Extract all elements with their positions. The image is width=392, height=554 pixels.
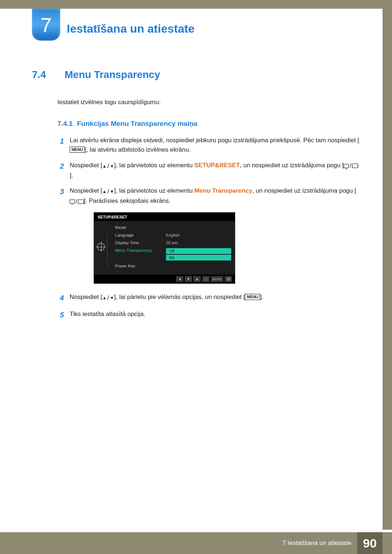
section-title: Menu Transparency (65, 69, 160, 81)
osd-label-active: Menu Transparency (115, 248, 159, 253)
osd-btn-auto: AUTO (211, 276, 223, 282)
step-number: 3 (57, 186, 64, 206)
osd-option-off: Off (166, 248, 231, 254)
chapter-title: Iestatīšana un atiestate (67, 22, 195, 36)
step-number: 4 (57, 292, 64, 304)
step-body: Tiks iestatīta atlasītā opcija. (70, 309, 359, 321)
text: Nospiediet [ (70, 162, 102, 169)
osd-value: English (166, 233, 180, 237)
footer-page-number: 90 (357, 532, 383, 554)
step-number: 5 (57, 309, 64, 321)
colon: : (161, 241, 164, 245)
osd-btn-power-icon: ⏻ (225, 276, 232, 282)
osd-option-on: On (166, 255, 231, 260)
osd-row-power-key: Power Key (115, 264, 231, 268)
enter-source-icon: / (70, 197, 84, 206)
osd-screenshot: SETUP&RESET Reset Language : English (94, 212, 235, 284)
colon: : (161, 248, 164, 253)
text: ], lai pārietu pie vēlamās opcijas, un n… (114, 294, 245, 300)
side-bar (383, 0, 392, 530)
osd-option-list: Off On (166, 248, 231, 260)
osd-btn-down-icon: ▼ (185, 276, 192, 282)
step-4: 4 Nospiediet [▲/▼], lai pārietu pie vēla… (57, 292, 359, 304)
top-bar (0, 0, 392, 9)
text: , un nospiediet uz izstrādājuma pogu [ (252, 187, 356, 194)
steps-list: 1 Lai atvērtu ekrāna displeja ceļvedi, n… (57, 136, 359, 321)
osd-menu-list: Reset Language : English Display Time : … (115, 225, 231, 268)
subsection-number: 7.4.1 (57, 120, 73, 128)
text: Lai atvērtu ekrāna displeja ceļvedi, nos… (70, 137, 359, 144)
osd-body: Reset Language : English Display Time : … (94, 222, 235, 275)
step-number: 1 (57, 136, 64, 155)
osd-icon-column (97, 225, 105, 268)
highlight-menu-transparency: Menu Transparency (194, 187, 252, 194)
up-down-arrow-icon: ▲/▼ (102, 187, 114, 196)
step-body: Lai atvērtu ekrāna displeja ceļvedi, nos… (70, 136, 359, 155)
section-number: 7.4 (32, 69, 54, 81)
text: Nospiediet [ (70, 187, 102, 194)
enter-source-icon: / (344, 161, 358, 171)
text: ]. Parādīsies sekojošais ekrāns. (84, 197, 171, 204)
text: Nospiediet [ (70, 294, 102, 300)
step-2: 2 Nospiediet [▲/▼], lai pārvietotos uz e… (57, 161, 359, 181)
step-3: 3 Nospiediet [▲/▼], lai pārvietotos uz e… (57, 186, 359, 206)
section-intro: Iestatiet izvēlnes logu caurspīdīgumu: (57, 99, 359, 106)
osd-btn-up-icon: ▲ (193, 276, 201, 282)
osd-row-language: Language : English (115, 233, 231, 237)
text: ], lai pārvietotos uz elementu (114, 187, 194, 194)
text: ], lai atvērtu atbilstošo izvēlnes ekrān… (85, 146, 191, 153)
menu-key-icon: MENU (70, 147, 85, 153)
osd-label: Reset (115, 225, 159, 230)
step-number: 2 (57, 161, 64, 181)
up-down-arrow-icon: ▲/▼ (102, 293, 114, 303)
step-5: 5 Tiks iestatīta atlasītā opcija. (57, 309, 359, 321)
colon: : (161, 233, 164, 237)
gear-icon (97, 243, 105, 251)
osd-label: Display Time (115, 241, 159, 245)
section-heading: 7.4 Menu Transparency (32, 69, 359, 81)
chapter-number-badge: 7 (32, 9, 60, 41)
osd-arc-decor (107, 224, 118, 275)
text: , un nospiediet uz izstrādājuma pogu [ (240, 162, 344, 169)
subsection-title: Funkcijas Menu Transparency maiņa (77, 120, 197, 128)
osd-title: SETUP&RESET (94, 213, 235, 222)
text: ], lai pārvietotos uz elementu (114, 162, 194, 169)
menu-key-icon: MENU (245, 294, 260, 300)
osd-footer-buttons: ◄ ▼ ▲ ▢ AUTO ⏻ (94, 275, 235, 283)
text: ]. (70, 172, 73, 179)
osd-btn-enter-icon: ▢ (202, 276, 209, 282)
step-1: 1 Lai atvērtu ekrāna displeja ceļvedi, n… (57, 136, 359, 155)
osd-value: 20 sec (166, 241, 178, 245)
step-body: Nospiediet [▲/▼], lai pārietu pie vēlamā… (70, 292, 359, 304)
text: Tiks iestatīta atlasītā opcija. (70, 311, 145, 317)
osd-row-display-time: Display Time : 20 sec (115, 241, 231, 245)
text: ]. (260, 294, 263, 300)
chapter-header: 7 Iestatīšana un atiestate (32, 9, 195, 41)
osd-btn-left-icon: ◄ (176, 276, 183, 282)
osd-row-menu-transparency: Menu Transparency : Off On (115, 248, 231, 260)
footer-chapter-label: 7 Iestatīšana un atiestate (282, 539, 351, 547)
osd-row-reset: Reset (115, 225, 231, 230)
osd-label: Language (115, 233, 159, 237)
osd-label: Power Key (115, 264, 159, 268)
subsection-heading: 7.4.1 Funkcijas Menu Transparency maiņa (57, 120, 359, 128)
step-body: Nospiediet [▲/▼], lai pārvietotos uz ele… (70, 186, 359, 206)
content-area: 7.4 Menu Transparency Iestatiet izvēlnes… (32, 69, 359, 327)
up-down-arrow-icon: ▲/▼ (102, 161, 114, 171)
page-footer: 7 Iestatīšana un atiestate 90 (0, 532, 392, 554)
highlight-setup-reset: SETUP&RESET (194, 162, 240, 169)
step-body: Nospiediet [▲/▼], lai pārvietotos uz ele… (70, 161, 359, 181)
